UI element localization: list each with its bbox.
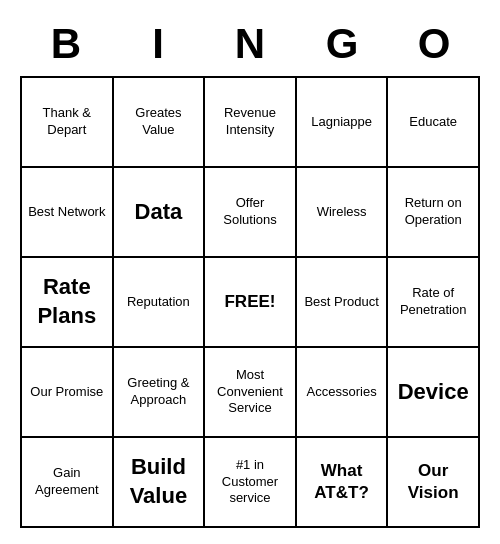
bingo-letter: N — [204, 16, 296, 72]
bingo-letter: G — [296, 16, 388, 72]
bingo-grid: Thank & DepartGreates ValueRevenue Inten… — [20, 76, 480, 528]
bingo-card: BINGO Thank & DepartGreates ValueRevenue… — [10, 6, 490, 538]
bingo-cell: #1 in Customer service — [205, 438, 297, 528]
bingo-cell: Rate Plans — [22, 258, 114, 348]
bingo-header: BINGO — [20, 16, 480, 72]
bingo-cell: Best Product — [297, 258, 389, 348]
bingo-cell: Greeting & Approach — [114, 348, 206, 438]
bingo-cell: Educate — [388, 78, 480, 168]
bingo-cell: Our Promise — [22, 348, 114, 438]
bingo-cell: Reputation — [114, 258, 206, 348]
bingo-cell: Data — [114, 168, 206, 258]
bingo-cell: Device — [388, 348, 480, 438]
bingo-cell: FREE! — [205, 258, 297, 348]
bingo-cell: Offer Solutions — [205, 168, 297, 258]
bingo-cell: Gain Agreement — [22, 438, 114, 528]
bingo-cell: Our Vision — [388, 438, 480, 528]
bingo-cell: Most Convenient Service — [205, 348, 297, 438]
bingo-letter: B — [20, 16, 112, 72]
bingo-letter: I — [112, 16, 204, 72]
bingo-cell: Lagniappe — [297, 78, 389, 168]
bingo-letter: O — [388, 16, 480, 72]
bingo-cell: Thank & Depart — [22, 78, 114, 168]
bingo-cell: Rate of Penetration — [388, 258, 480, 348]
bingo-cell: Revenue Intensity — [205, 78, 297, 168]
bingo-cell: Accessories — [297, 348, 389, 438]
bingo-cell: Best Network — [22, 168, 114, 258]
bingo-cell: Build Value — [114, 438, 206, 528]
bingo-cell: Wireless — [297, 168, 389, 258]
bingo-cell: Greates Value — [114, 78, 206, 168]
bingo-cell: What AT&T? — [297, 438, 389, 528]
bingo-cell: Return on Operation — [388, 168, 480, 258]
